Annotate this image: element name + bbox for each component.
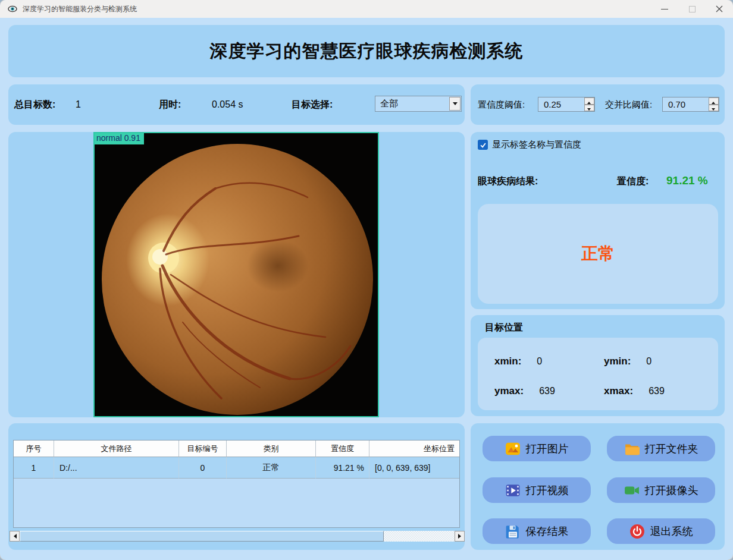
ymin-label: ymin: [604, 355, 631, 367]
button-label: 打开文件夹 [645, 442, 698, 456]
iou-threshold-value[interactable]: 0.70 [663, 97, 709, 111]
spin-up-button[interactable] [709, 97, 719, 105]
scrollbar-track[interactable] [384, 531, 455, 542]
save-icon [505, 524, 521, 539]
col-header-class[interactable]: 类别 [227, 441, 316, 457]
xmax-value: 639 [649, 386, 665, 397]
open-video-button[interactable]: 打开视频 [483, 477, 591, 503]
exit-system-button[interactable]: 退出系统 [607, 518, 715, 544]
cell-confidence: 91.21 % [316, 457, 369, 479]
title-bar: 深度学习的智能服装分类与检测系统 [0, 0, 733, 18]
ymax-value: 639 [539, 386, 555, 397]
target-position-panel: 目标位置 xmin: 0 ymin: 0 ymax: 639 xmax: 639 [471, 315, 725, 416]
close-icon [716, 5, 723, 12]
result-confidence-label: 置信度: [617, 175, 649, 188]
xmax-label: xmax: [604, 385, 633, 397]
spin-down-button[interactable] [584, 105, 594, 112]
spin-up-button[interactable] [584, 97, 594, 105]
ymin-value: 0 [646, 356, 651, 367]
confidence-threshold-label: 置信度阈值: [478, 99, 525, 111]
image-viewer-panel: normal 0.91 [8, 132, 465, 417]
close-button[interactable] [706, 0, 733, 18]
arrow-left-icon [11, 534, 17, 539]
result-confidence-value: 91.21 % [666, 174, 708, 187]
open-folder-button[interactable]: 打开文件夹 [607, 436, 715, 461]
coordinates-box: xmin: 0 ymin: 0 ymax: 639 xmax: 639 [478, 338, 718, 410]
cell-position: [0, 0, 639, 639] [369, 457, 459, 479]
confidence-threshold-value[interactable]: 0.25 [538, 97, 584, 111]
app-window: 深度学习的智能服装分类与检测系统 深度学习的智慧医疗眼球疾病检测系统 总目标数:… [0, 0, 733, 560]
video-icon [505, 483, 521, 498]
button-label: 退出系统 [650, 524, 693, 539]
thresholds-panel: 置信度阈值: 0.25 交并比阈值: 0.70 [471, 84, 725, 125]
scroll-right-button[interactable] [455, 531, 465, 542]
result-panel: 显示标签名称与置信度 眼球疾病结果: 置信度: 91.21 % 正常 [471, 132, 725, 309]
col-header-position[interactable]: 坐标位置 [369, 441, 459, 457]
results-table: 序号 文件路径 目标编号 类别 置信度 坐标位置 1 D:/... 0 正常 9… [13, 440, 460, 528]
iou-threshold-label: 交并比阈值: [605, 99, 652, 111]
check-icon [480, 141, 487, 149]
cell-class: 正常 [227, 457, 316, 479]
target-select-label: 目标选择: [292, 99, 333, 111]
col-header-index[interactable]: 序号 [14, 441, 54, 457]
window-title: 深度学习的智能服装分类与检测系统 [23, 4, 137, 14]
combobox-dropdown-button[interactable] [449, 97, 461, 111]
stats-panel: 总目标数: 1 用时: 0.054 s 目标选择: 全部 [8, 84, 465, 125]
elapsed-time-label: 用时: [159, 99, 181, 111]
elapsed-time-value: 0.054 s [212, 99, 243, 110]
col-header-target-id[interactable]: 目标编号 [179, 441, 227, 457]
scrollbar-thumb[interactable] [20, 531, 384, 542]
button-label: 打开图片 [526, 442, 569, 456]
target-select-value: 全部 [375, 98, 449, 109]
open-camera-button[interactable]: 打开摄像头 [607, 477, 715, 503]
target-position-title: 目标位置 [485, 322, 523, 332]
image-icon [505, 441, 521, 457]
disease-result-box: 正常 [478, 204, 718, 304]
arrow-right-icon [458, 534, 463, 539]
button-label: 打开视频 [526, 483, 569, 498]
minimize-icon [661, 9, 668, 10]
target-select-combobox[interactable]: 全部 [375, 96, 462, 112]
app-eye-icon [8, 4, 17, 14]
maximize-icon [689, 6, 696, 12]
button-label: 打开摄像头 [645, 483, 698, 498]
actions-panel: 打开图片 打开文件夹 打开视频 打开摄像头 [471, 423, 725, 550]
cell-filepath: D:/... [54, 457, 179, 479]
power-icon [629, 524, 645, 539]
camera-icon [624, 483, 640, 498]
detection-bounding-box: normal 0.91 [93, 132, 379, 417]
folder-icon [624, 441, 640, 457]
show-labels-checkbox[interactable] [478, 140, 488, 150]
table-header-row: 序号 文件路径 目标编号 类别 置信度 坐标位置 [14, 441, 459, 457]
show-labels-checkbox-label[interactable]: 显示标签名称与置信度 [492, 139, 581, 150]
results-table-panel: 序号 文件路径 目标编号 类别 置信度 坐标位置 1 D:/... 0 正常 9… [8, 423, 465, 550]
total-targets-value: 1 [76, 99, 81, 110]
ymax-label: ymax: [494, 385, 524, 397]
disease-result-label: 眼球疾病结果: [478, 175, 538, 188]
disease-class-value: 正常 [581, 243, 615, 265]
xmin-label: xmin: [494, 355, 521, 367]
spin-down-button[interactable] [709, 105, 719, 112]
fundus-image: normal 0.91 [93, 132, 379, 417]
horizontal-scrollbar [10, 531, 465, 542]
total-targets-label: 总目标数: [14, 99, 55, 111]
page-title: 深度学习的智慧医疗眼球疾病检测系统 [8, 25, 725, 77]
open-image-button[interactable]: 打开图片 [483, 436, 591, 461]
maximize-button[interactable] [678, 0, 706, 18]
col-header-filepath[interactable]: 文件路径 [54, 441, 179, 457]
cell-target-id: 0 [179, 457, 227, 479]
header-panel: 深度学习的智慧医疗眼球疾病检测系统 [8, 25, 725, 77]
minimize-button[interactable] [651, 0, 678, 18]
table-row[interactable]: 1 D:/... 0 正常 91.21 % [0, 0, 639, 639] [14, 457, 459, 479]
bbox-class-label: normal 0.91 [95, 133, 144, 144]
xmin-value: 0 [537, 356, 542, 367]
cell-index: 1 [14, 457, 54, 479]
confidence-threshold-spinbox[interactable]: 0.25 [538, 97, 595, 112]
col-header-confidence[interactable]: 置信度 [316, 441, 369, 457]
iou-threshold-spinbox[interactable]: 0.70 [662, 97, 719, 112]
scroll-left-button[interactable] [10, 531, 20, 542]
chevron-down-icon [453, 102, 458, 108]
button-label: 保存结果 [526, 524, 569, 539]
save-results-button[interactable]: 保存结果 [483, 518, 591, 544]
